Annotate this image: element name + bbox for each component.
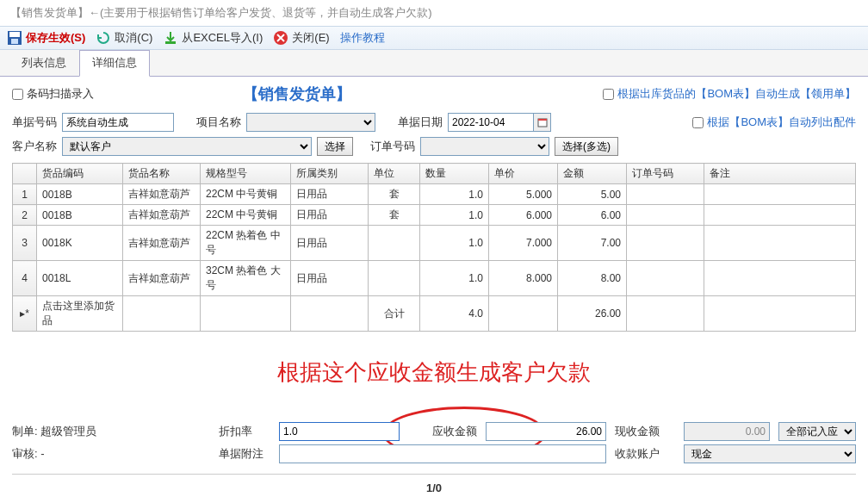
- col-order[interactable]: 订单号码: [627, 164, 704, 184]
- col-unit[interactable]: 单位: [369, 164, 420, 184]
- cell-order[interactable]: [627, 205, 704, 226]
- col-code[interactable]: 货品编码: [37, 164, 123, 184]
- tabs: 列表信息 详细信息: [0, 50, 868, 77]
- cell-category[interactable]: 日用品: [291, 184, 369, 205]
- table-row[interactable]: 10018B吉祥如意葫芦22CM 中号黄铜日用品套1.05.0005.00: [13, 184, 856, 205]
- bom-auto-input[interactable]: [603, 89, 614, 100]
- cell-amount[interactable]: 8.00: [558, 261, 627, 296]
- cell-category[interactable]: 日用品: [291, 205, 369, 226]
- col-spec[interactable]: 规格型号: [201, 164, 291, 184]
- receivable-label: 应收金额: [408, 424, 477, 439]
- window-title: 【销售发货单】←(主要用于根据销售订单给客户发货、退货等，并自动生成客户欠款): [0, 0, 868, 26]
- cell-unit[interactable]: 套: [369, 205, 420, 226]
- order-no-select[interactable]: [420, 137, 549, 156]
- cell-order[interactable]: [627, 184, 704, 205]
- table-row[interactable]: 20018B吉祥如意葫芦22CM 中号黄铜日用品套1.06.0006.00: [13, 205, 856, 226]
- cell-qty[interactable]: 1.0: [420, 226, 489, 261]
- tab-detail-info[interactable]: 详细信息: [79, 50, 150, 77]
- svg-rect-3: [165, 41, 176, 44]
- calendar-icon[interactable]: [534, 113, 551, 132]
- cell-price[interactable]: 5.000: [489, 184, 558, 205]
- cell-name[interactable]: 吉祥如意葫芦: [123, 226, 201, 261]
- col-rownum: [13, 164, 37, 184]
- add-row-marker: ▸*: [13, 296, 37, 332]
- save-button[interactable]: 保存生效(S): [7, 30, 85, 46]
- auditor-label: 审核:: [12, 447, 38, 460]
- cell-spec[interactable]: 22CM 热着色 中号: [201, 226, 291, 261]
- col-price[interactable]: 单价: [489, 164, 558, 184]
- bom-parts-input[interactable]: [692, 117, 704, 128]
- col-qty[interactable]: 数量: [420, 164, 489, 184]
- row-num: 2: [13, 205, 37, 226]
- order-select-multi-button[interactable]: 选择(多选): [555, 137, 618, 156]
- cell-category[interactable]: 日用品: [291, 226, 369, 261]
- cell-qty[interactable]: 1.0: [420, 261, 489, 296]
- col-remark[interactable]: 备注: [704, 164, 856, 184]
- bom-parts-checkbox[interactable]: 根据【BOM表】自动列出配件: [692, 115, 856, 130]
- cancel-button[interactable]: 取消(C): [96, 30, 152, 46]
- discount-input[interactable]: [279, 422, 400, 441]
- close-icon: [273, 30, 288, 46]
- cell-price[interactable]: 8.000: [489, 261, 558, 296]
- cell-name[interactable]: 吉祥如意葫芦: [123, 205, 201, 226]
- cell-category[interactable]: 日用品: [291, 261, 369, 296]
- cell-code[interactable]: 0018L: [37, 261, 123, 296]
- total-qty: 4.0: [420, 296, 489, 332]
- download-icon: [163, 30, 178, 46]
- guide-link[interactable]: 操作教程: [340, 30, 385, 46]
- cell-spec[interactable]: 22CM 中号黄铜: [201, 184, 291, 205]
- close-button[interactable]: 关闭(E): [273, 30, 329, 46]
- remark-label: 单据附注: [219, 446, 270, 462]
- customer-select-button[interactable]: 选择: [317, 137, 353, 156]
- cell-price[interactable]: 7.000: [489, 226, 558, 261]
- cell-unit[interactable]: 套: [369, 184, 420, 205]
- cell-qty[interactable]: 1.0: [420, 205, 489, 226]
- doc-date-input[interactable]: [448, 113, 534, 132]
- cell-unit[interactable]: [369, 226, 420, 261]
- page-title: 【销售发货单】: [0, 84, 603, 104]
- svg-rect-1: [9, 32, 20, 37]
- cell-remark[interactable]: [704, 184, 856, 205]
- cell-name[interactable]: 吉祥如意葫芦: [123, 261, 201, 296]
- cell-code[interactable]: 0018B: [37, 205, 123, 226]
- cell-code[interactable]: 0018K: [37, 226, 123, 261]
- cell-spec[interactable]: 32CM 热着色 大号: [201, 261, 291, 296]
- cell-price[interactable]: 6.000: [489, 205, 558, 226]
- project-select[interactable]: [246, 113, 375, 132]
- cell-code[interactable]: 0018B: [37, 184, 123, 205]
- receivable-input[interactable]: [486, 422, 606, 441]
- account-select[interactable]: 现金: [684, 444, 856, 463]
- doc-no-input[interactable]: [62, 113, 174, 132]
- cell-remark[interactable]: [704, 205, 856, 226]
- col-category[interactable]: 所属类别: [291, 164, 369, 184]
- cell-qty[interactable]: 1.0: [420, 184, 489, 205]
- cell-unit[interactable]: [369, 261, 420, 296]
- customer-select[interactable]: 默认客户: [62, 137, 312, 156]
- remark-input[interactable]: [279, 444, 606, 463]
- col-amount[interactable]: 金额: [558, 164, 627, 184]
- row-num: 1: [13, 184, 37, 205]
- cell-order[interactable]: [627, 261, 704, 296]
- table-row[interactable]: 40018L吉祥如意葫芦32CM 热着色 大号日用品1.08.0008.00: [13, 261, 856, 296]
- cell-remark[interactable]: [704, 261, 856, 296]
- maker-label: 制单:: [12, 425, 38, 438]
- add-row-hint[interactable]: 点击这里添加货品: [37, 296, 123, 332]
- received-input: [684, 422, 770, 441]
- tab-list-info[interactable]: 列表信息: [9, 50, 79, 76]
- cell-spec[interactable]: 22CM 中号黄铜: [201, 205, 291, 226]
- col-name[interactable]: 货品名称: [123, 164, 201, 184]
- save-icon: [7, 30, 22, 46]
- cell-order[interactable]: [627, 226, 704, 261]
- table-add-row[interactable]: ▸* 点击这里添加货品 合计 4.0 26.00: [13, 296, 856, 332]
- bom-auto-checkbox[interactable]: 根据出库货品的【BOM表】自动生成【领用单】: [603, 86, 856, 102]
- table-row[interactable]: 30018K吉祥如意葫芦22CM 热着色 中号日用品1.07.0007.00: [13, 226, 856, 261]
- cell-name[interactable]: 吉祥如意葫芦: [123, 184, 201, 205]
- cell-amount[interactable]: 6.00: [558, 205, 627, 226]
- excel-import-button[interactable]: 从EXCEL导入(I): [163, 30, 263, 46]
- maker-value: 超级管理员: [40, 425, 96, 438]
- account-label: 收款账户: [615, 446, 675, 462]
- receive-mode-select[interactable]: 全部记入应收款: [778, 422, 856, 441]
- cell-remark[interactable]: [704, 226, 856, 261]
- cell-amount[interactable]: 7.00: [558, 226, 627, 261]
- cell-amount[interactable]: 5.00: [558, 184, 627, 205]
